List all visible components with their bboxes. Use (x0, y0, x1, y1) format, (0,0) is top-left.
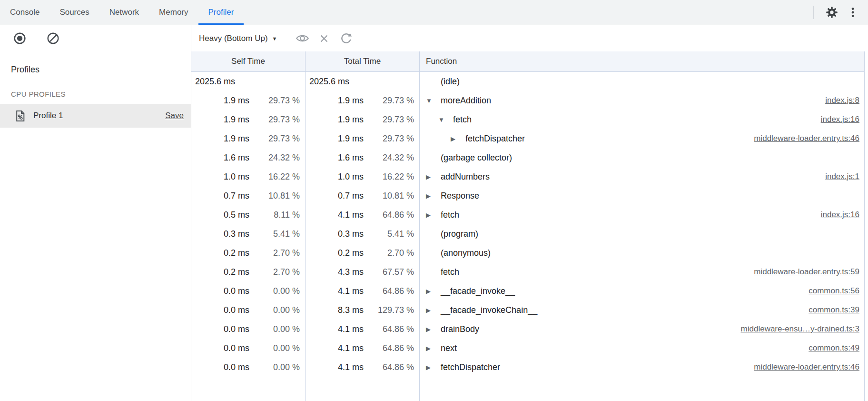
tree-toggle-icon[interactable]: ▶ (426, 192, 441, 200)
save-profile-link[interactable]: Save (165, 111, 184, 120)
table-row[interactable]: 0.0 ms 0.00 % 4.1 ms 64.86 % ▶ next comm… (191, 339, 864, 358)
table-row[interactable]: 0.3 ms 5.41 % 0.3 ms 5.41 % (program) (191, 224, 864, 243)
function-name: fetch (441, 210, 459, 220)
grid-body: 2025.6 ms 2025.6 ms (idle) 1.9 ms 29.73 … (191, 72, 864, 401)
self-time-percent: 0.00 % (249, 343, 305, 353)
self-time-cell: 0.7 ms 10.81 % (191, 186, 306, 205)
tree-toggle-icon[interactable]: ▶ (426, 326, 441, 333)
total-time-value: 4.1 ms (306, 286, 364, 296)
column-header-function[interactable]: Function (420, 51, 864, 71)
source-location-link[interactable]: common.ts:56 (809, 286, 864, 296)
tab-memory[interactable]: Memory (149, 0, 198, 25)
self-time-cell: 1.6 ms 24.32 % (191, 148, 306, 167)
source-location-link[interactable]: index.js:1 (825, 172, 864, 181)
tab-network[interactable]: Network (99, 0, 149, 25)
profiles-sidebar: Profiles CPU PROFILES Profile 1 Save (0, 51, 191, 401)
total-time-cell: 1.9 ms 29.73 % (306, 110, 420, 129)
function-cell: ▶ __facade_invokeChain__ common.ts:39 (420, 301, 864, 320)
table-row[interactable]: 1.6 ms 24.32 % 1.6 ms 24.32 % (garbage c… (191, 148, 864, 167)
self-time-value: 0.2 ms (191, 267, 249, 277)
source-location-link[interactable]: index.js:8 (825, 96, 864, 105)
table-row[interactable]: 1.9 ms 29.73 % 1.9 ms 29.73 % ▼ fetch in… (191, 110, 864, 129)
total-time-cell: 4.1 ms 64.86 % (306, 320, 420, 339)
function-cell: ▶ drainBody middleware-ensu…y-drained.ts… (420, 320, 864, 339)
table-row[interactable]: 0.0 ms 0.00 % 4.1 ms 64.86 % ▶ __facade_… (191, 281, 864, 301)
tree-toggle-icon[interactable]: ▶ (426, 288, 441, 295)
sidebar-item-profile-1[interactable]: Profile 1 Save (0, 104, 191, 128)
total-time-cell: 1.6 ms 24.32 % (306, 148, 420, 167)
eye-icon (296, 31, 309, 45)
table-row[interactable]: 1.9 ms 29.73 % 1.9 ms 29.73 % ▼ moreAddi… (191, 91, 864, 110)
tab-profiler[interactable]: Profiler (198, 0, 244, 25)
source-location-link[interactable]: middleware-loader.entry.ts:59 (754, 267, 864, 277)
total-time-cell: 2025.6 ms (306, 72, 420, 91)
exclude-selected-button[interactable] (313, 29, 335, 49)
tree-toggle-icon[interactable]: ▶ (426, 364, 441, 371)
source-location-link[interactable]: middleware-loader.entry.ts:46 (754, 134, 864, 143)
table-row[interactable]: 0.7 ms 10.81 % 0.7 ms 10.81 % ▶ Response (191, 186, 864, 205)
total-time-cell: 0.2 ms 2.70 % (306, 243, 420, 262)
table-row[interactable]: 0.2 ms 2.70 % 0.2 ms 2.70 % (anonymous) (191, 243, 864, 262)
table-row[interactable]: 2025.6 ms 2025.6 ms (idle) (191, 72, 864, 91)
source-location-link[interactable]: middleware-loader.entry.ts:46 (754, 362, 864, 372)
self-time-value: 1.0 ms (191, 172, 249, 182)
self-time-cell: 2025.6 ms (191, 72, 306, 91)
tree-toggle-icon[interactable]: ▶ (426, 211, 441, 219)
more-options-button[interactable] (842, 3, 863, 22)
view-mode-label: Heavy (Bottom Up) (199, 34, 268, 43)
table-row[interactable]: 0.0 ms 0.00 % 4.1 ms 64.86 % ▶ drainBody… (191, 320, 864, 339)
total-time-cell: 0.3 ms 5.41 % (306, 224, 420, 243)
column-header-self-time[interactable]: Self Time (191, 51, 306, 71)
self-time-percent: 10.81 % (249, 191, 305, 201)
self-time-percent: 24.32 % (249, 153, 305, 163)
total-time-percent: 10.81 % (364, 191, 419, 201)
total-time-value: 4.1 ms (306, 343, 364, 353)
function-name: addNumbers (441, 172, 490, 182)
total-time-value: 4.1 ms (306, 362, 364, 372)
three-dot-menu-icon (847, 6, 859, 19)
toolbar-right: Heavy (Bottom Up) ▼ (191, 25, 357, 51)
table-row[interactable]: 0.0 ms 0.00 % 4.1 ms 64.86 % ▶ fetchDisp… (191, 358, 864, 377)
tab-console[interactable]: Console (0, 0, 49, 25)
tree-toggle-icon[interactable]: ▶ (426, 345, 441, 352)
self-time-percent: 2.70 % (249, 267, 305, 277)
total-time-percent: 5.41 % (364, 229, 419, 239)
total-time-value: 1.0 ms (306, 172, 364, 182)
table-row[interactable]: 0.0 ms 0.00 % 8.3 ms 129.73 % ▶ __facade… (191, 301, 864, 320)
table-row[interactable]: 0.2 ms 2.70 % 4.3 ms 67.57 % fetch middl… (191, 262, 864, 281)
tree-toggle-icon[interactable]: ▼ (438, 116, 453, 123)
table-row[interactable]: 1.9 ms 29.73 % 1.9 ms 29.73 % ▶ fetchDis… (191, 129, 864, 148)
total-time-cell: 4.3 ms 67.57 % (306, 262, 420, 281)
restore-all-button[interactable] (335, 29, 357, 49)
column-header-total-time[interactable]: Total Time (306, 51, 420, 71)
source-location-link[interactable]: middleware-ensu…y-drained.ts:3 (741, 324, 864, 334)
tree-toggle-icon[interactable]: ▶ (451, 135, 465, 142)
profiles-heading: Profiles (0, 51, 191, 75)
tree-toggle-icon[interactable]: ▶ (426, 307, 441, 314)
self-time-percent: 0.00 % (249, 286, 305, 296)
source-location-link[interactable]: common.ts:39 (809, 305, 864, 315)
table-row[interactable]: 0.5 ms 8.11 % 4.1 ms 64.86 % ▶ fetch ind… (191, 205, 864, 224)
function-cell: ▶ next common.ts:49 (420, 339, 864, 358)
record-profile-button[interactable] (9, 29, 30, 49)
tree-toggle-icon[interactable]: ▼ (426, 97, 441, 104)
clear-profiles-button[interactable] (42, 29, 64, 49)
total-time-percent: 16.22 % (364, 172, 419, 182)
settings-button[interactable] (821, 3, 842, 22)
function-name: (program) (441, 229, 478, 239)
source-location-link[interactable]: index.js:16 (821, 210, 864, 220)
total-time-cell: 4.1 ms 64.86 % (306, 358, 420, 377)
function-cell: ▼ moreAddition index.js:8 (420, 91, 864, 110)
tree-toggle-icon[interactable]: ▶ (426, 173, 441, 180)
total-time-value: 1.9 ms (306, 134, 364, 144)
source-location-link[interactable]: common.ts:49 (809, 343, 864, 353)
self-time-value: 0.0 ms (191, 305, 249, 315)
total-time-value: 1.6 ms (306, 153, 364, 163)
tab-sources[interactable]: Sources (49, 0, 99, 25)
self-time-percent: 0.00 % (249, 305, 305, 315)
table-row[interactable]: 1.0 ms 16.22 % 1.0 ms 16.22 % ▶ addNumbe… (191, 167, 864, 186)
focus-selected-button[interactable] (291, 29, 313, 49)
total-time-cell: 4.1 ms 64.86 % (306, 205, 420, 224)
source-location-link[interactable]: index.js:16 (821, 115, 864, 124)
view-mode-dropdown[interactable]: Heavy (Bottom Up) ▼ (199, 34, 277, 43)
